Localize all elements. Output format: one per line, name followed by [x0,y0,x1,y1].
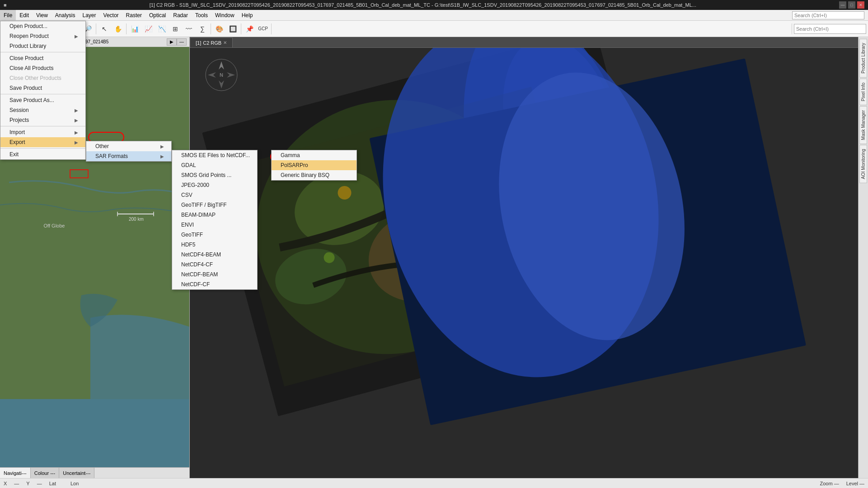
left-tab-uncertaint---[interactable]: Uncertaint--- [59,468,94,478]
image-view[interactable]: N [190,48,858,478]
sar-inner-gamma[interactable]: Gamma [272,150,357,160]
search-input[interactable] [794,24,866,34]
sidebar-label-product-library[interactable]: Product Library [859,39,867,78]
file-menu-open-product[interactable]: Open Product... [0,21,85,31]
app-icon: ■ [4,2,7,8]
sar-list-netcdf4-cf[interactable]: NetCDF4-CF [172,260,257,270]
status-level: Level — [846,481,864,486]
profile-btn[interactable]: 〰 [183,23,195,35]
histogram-btn[interactable]: 📉 [155,23,168,35]
file-menu: Open Product...Reopen Product▶Product Li… [0,21,86,160]
status-bar: X — Y — Lat Lon Zoom — Level — [0,478,868,488]
menu-item-edit[interactable]: Edit [16,10,33,20]
minimize-btn[interactable]: — [839,1,846,9]
sar-image-svg [190,48,858,478]
right-sidebar: Product LibraryPixel InfoMask ManagerAOI… [858,37,868,478]
sar-list-hdf5[interactable]: HDF5 [172,240,257,250]
file-menu-reopen-product[interactable]: Reopen Product▶ [0,31,85,41]
status-y-label: Y [26,481,29,486]
main-layout: ◀ 1822T095426_20190822T095453_017697_021… [0,37,868,478]
center-tab-c2-rgb[interactable]: [1] C2 RGB ✕ [190,37,233,47]
status-zoom: Zoom — [820,481,839,486]
status-lon-label: Lon [70,481,79,486]
spectrum-btn[interactable]: 📈 [142,23,155,35]
file-menu-projects[interactable]: Projects▶ [0,115,85,125]
sar-list-csv[interactable]: CSV [172,190,257,200]
sar-inner: GammaPolSARProGeneric Binary BSQ [271,150,357,181]
sar-inner-generic-binary-bsq[interactable]: Generic Binary BSQ [272,170,357,180]
menu-item-vector[interactable]: Vector [100,10,122,20]
pin-btn[interactable]: 📌 [243,23,256,35]
export-item-other[interactable]: Other▶ [86,141,171,151]
colour-manip-btn[interactable]: 🎨 [213,23,225,35]
sar-list-netcdf-beam[interactable]: NetCDF-BEAM [172,270,257,279]
statistics-btn[interactable]: ∑ [196,23,209,35]
minimize-panel-btn[interactable]: — [177,38,187,46]
sar-list-jpeg2000[interactable]: JPEG-2000 [172,180,257,190]
sar-list-netcdf-cf[interactable]: NetCDF-CF [172,279,257,289]
sar-inner-polsarpro[interactable]: PolSARPro [272,160,357,170]
sidebar-label-mask-manager[interactable]: Mask Manager [859,106,867,144]
maximize-btn[interactable]: □ [848,1,855,9]
menu-item-window[interactable]: Window [211,10,238,20]
sidebar-label-aoi-monitoring[interactable]: AOI Monitoring [859,145,867,183]
sidebar-label-pixel-info[interactable]: Pixel Info [859,79,867,105]
sar-list-geotiff[interactable]: GeoTIFF [172,230,257,240]
gcp-btn[interactable]: GCP [257,23,269,35]
sar-list-envi[interactable]: ENVI [172,220,257,230]
sar-list-smos-grid[interactable]: SMOS Grid Points ... [172,170,257,180]
tab-label: C2 RGB [203,40,221,46]
title-bar: ■ [1] C2 RGB - S1B_IW_SLC_1SDV_20190822T… [0,0,868,10]
scroll-right-btn[interactable]: ▶ [167,38,177,46]
left-tab-navigati---[interactable]: Navigati--- [0,468,31,478]
menu-item-file[interactable]: File [0,10,16,20]
menu-item-view[interactable]: View [33,10,52,20]
file-menu-close-other: Close Other Products [0,73,85,83]
file-menu-save-product[interactable]: Save Product [0,83,85,93]
sar-list-geotiff-big[interactable]: GeoTIFF / BigTIFF [172,200,257,210]
menu-item-help[interactable]: Help [238,10,257,20]
menu-item-layer[interactable]: Layer [79,10,100,20]
center-panel: [1] C2 RGB ✕ [190,37,858,478]
svg-text:200 km: 200 km [129,217,144,222]
sar-list-beam-dimap[interactable]: BEAM-DIMAP [172,210,257,220]
file-menu-import[interactable]: Import▶ [0,127,85,137]
sar-list: SMOS EE Files to NetCDF...GDALSMOS Grid … [172,150,258,290]
sar-list-netcdf4-beam[interactable]: NetCDF4-BEAM [172,250,257,260]
export-item-sar-formats[interactable]: SAR Formats▶ [86,151,171,161]
sar-list-smos-ee[interactable]: SMOS EE Files to NetCDF... [172,150,257,160]
tab-number: [1] [196,40,201,46]
center-tabs: [1] C2 RGB ✕ [190,37,858,48]
status-lat-label: Lat [49,481,56,486]
pan-btn[interactable]: ✋ [112,23,124,35]
menu-item-tools[interactable]: Tools [192,10,211,20]
svg-marker-34 [219,80,224,88]
file-menu-session[interactable]: Session▶ [0,105,85,115]
status-y-value: — [37,481,42,486]
menu-item-radar[interactable]: Radar [169,10,192,20]
menu-item-raster[interactable]: Raster [122,10,145,20]
menu-item-optical[interactable]: Optical [145,10,169,20]
scatter-btn[interactable]: ⊞ [169,23,182,35]
status-x-label: X [4,481,7,486]
svg-marker-35 [208,72,216,78]
menu-item-analysis[interactable]: Analysis [52,10,79,20]
mask-btn[interactable]: 🔲 [226,23,239,35]
status-x-value: — [14,481,19,486]
file-menu-product-library[interactable]: Product Library [0,41,85,51]
file-menu-export[interactable]: Export▶ [0,137,85,147]
file-menu-save-product-as[interactable]: Save Product As... [0,95,85,105]
sar-list-gdal[interactable]: GDAL [172,160,257,170]
file-menu-close-product[interactable]: Close Product [0,53,85,63]
band-select-btn[interactable]: 📊 [128,23,141,35]
menu-search-input[interactable] [792,11,864,19]
left-tab-colour----[interactable]: Colour --- [31,468,59,478]
close-btn[interactable]: ✕ [857,1,864,9]
tab-close-btn[interactable]: ✕ [223,40,227,45]
file-menu-close-all[interactable]: Close All Products [0,63,85,73]
svg-marker-33 [219,61,224,70]
select-btn[interactable]: ↖ [98,23,111,35]
window-title: [1] C2 RGB - S1B_IW_SLC_1SDV_20190822T09… [7,2,839,8]
file-menu-exit[interactable]: Exit [0,149,85,159]
toolbar: S1040f 📂 💾 🔍 🔎 ↖ ✋ 📊 📈 📉 ⊞ 〰 ∑ 🎨 🔲 📌 GCP [0,21,868,37]
